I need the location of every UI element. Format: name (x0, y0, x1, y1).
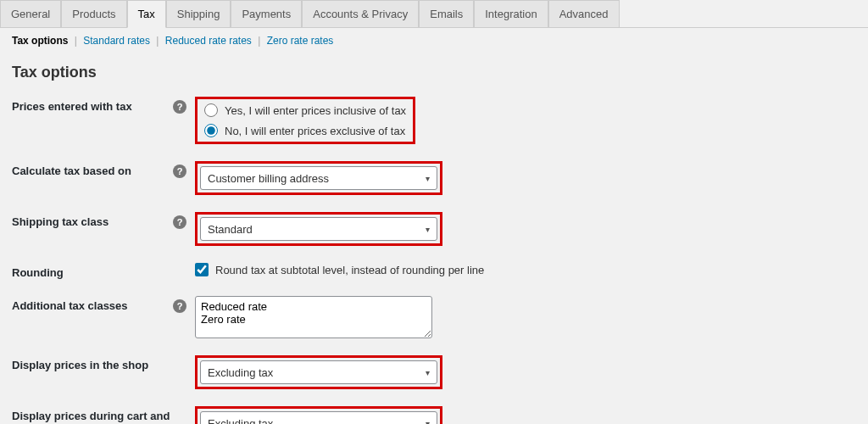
chevron-down-icon: ▾ (426, 419, 430, 425)
highlight-display-shop: Excluding tax ▾ (195, 355, 442, 389)
textarea-additional-classes[interactable] (195, 296, 432, 338)
tab-general[interactable]: General (0, 0, 61, 27)
select-shipping-tax-class-value: Standard (208, 223, 253, 236)
label-display-shop: Display prices in the shop (12, 355, 173, 371)
tab-accounts[interactable]: Accounts & Privacy (302, 0, 419, 27)
highlight-display-cart: Excluding tax ▾ (195, 406, 442, 424)
help-icon[interactable]: ? (173, 299, 186, 313)
page-title: Tax options (12, 64, 856, 81)
chevron-down-icon: ▾ (426, 174, 430, 183)
select-display-cart[interactable]: Excluding tax ▾ (200, 411, 437, 424)
select-display-shop-value: Excluding tax (208, 366, 273, 379)
chevron-down-icon: ▾ (426, 225, 430, 234)
highlight-shipping-tax-class: Standard ▾ (195, 212, 442, 246)
help-icon[interactable]: ? (173, 100, 186, 114)
label-rounding: Rounding (12, 263, 173, 279)
radio-exclusive-label[interactable]: No, I will enter prices exclusive of tax (204, 124, 406, 137)
tab-integration[interactable]: Integration (474, 0, 548, 27)
radio-exclusive-text: No, I will enter prices exclusive of tax (225, 125, 405, 137)
tab-products[interactable]: Products (61, 0, 126, 27)
tab-payments[interactable]: Payments (231, 0, 302, 27)
radio-inclusive-label[interactable]: Yes, I will enter prices inclusive of ta… (204, 103, 406, 117)
checkbox-rounding[interactable] (195, 263, 209, 276)
subtab-tax-options[interactable]: Tax options (8, 35, 71, 47)
main-tabs: General Products Tax Shipping Payments A… (0, 0, 868, 28)
label-calc-based-on: Calculate tax based on (12, 161, 173, 177)
radio-exclusive[interactable] (204, 124, 218, 137)
checkbox-rounding-label[interactable]: Round tax at subtotal level, instead of … (195, 263, 484, 276)
select-display-shop[interactable]: Excluding tax ▾ (200, 360, 437, 384)
select-display-cart-value: Excluding tax (208, 417, 273, 425)
tab-tax[interactable]: Tax (127, 0, 166, 28)
highlight-prices-with-tax: Yes, I will enter prices inclusive of ta… (195, 97, 415, 144)
select-shipping-tax-class[interactable]: Standard ▾ (200, 217, 437, 241)
label-prices-with-tax: Prices entered with tax (12, 97, 173, 113)
label-additional-classes: Additional tax classes (12, 296, 173, 312)
subtab-standard-rates[interactable]: Standard rates (80, 35, 153, 47)
subtab-zero-rates[interactable]: Zero rate rates (264, 35, 337, 47)
sub-tabs: Tax options | Standard rates | Reduced r… (0, 28, 868, 53)
help-icon[interactable]: ? (173, 165, 186, 178)
highlight-calc-based-on: Customer billing address ▾ (195, 161, 442, 195)
help-icon[interactable]: ? (173, 215, 186, 229)
subtab-reduced-rates[interactable]: Reduced rate rates (162, 35, 255, 47)
tab-advanced[interactable]: Advanced (548, 0, 620, 27)
radio-inclusive-text: Yes, I will enter prices inclusive of ta… (225, 104, 406, 117)
select-calc-based-on[interactable]: Customer billing address ▾ (200, 166, 437, 190)
tab-shipping[interactable]: Shipping (166, 0, 231, 27)
radio-inclusive[interactable] (204, 103, 218, 117)
checkbox-rounding-text: Round tax at subtotal level, instead of … (215, 264, 484, 276)
tab-emails[interactable]: Emails (419, 0, 474, 27)
label-shipping-tax-class: Shipping tax class (12, 212, 173, 228)
label-display-cart: Display prices during cart and checkout (12, 406, 173, 424)
chevron-down-icon: ▾ (426, 368, 430, 377)
select-calc-based-on-value: Customer billing address (208, 172, 329, 185)
